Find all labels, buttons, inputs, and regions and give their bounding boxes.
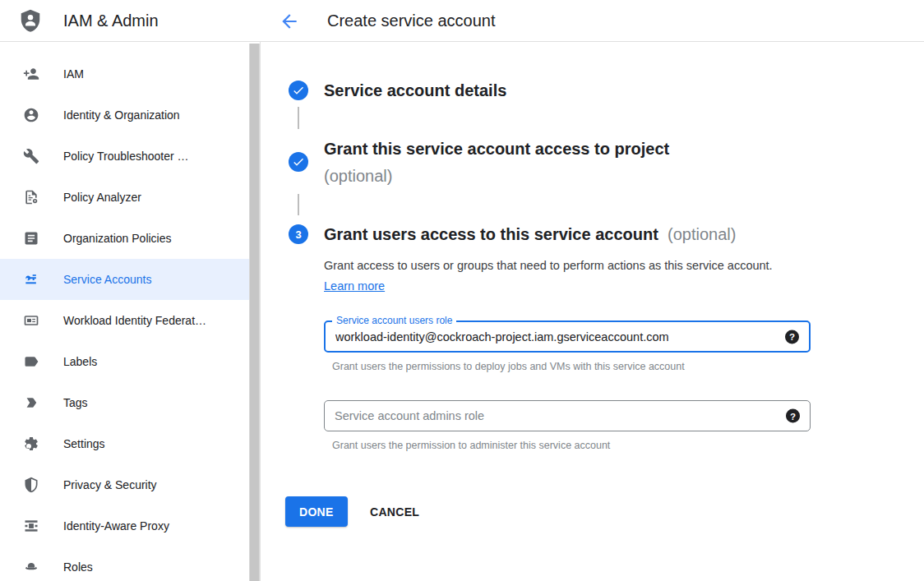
sidebar-item-settings[interactable]: Settings — [0, 423, 249, 464]
sidebar-item-label: Labels — [63, 355, 97, 368]
learn-more-link[interactable]: Learn more — [324, 279, 385, 293]
check-icon — [292, 155, 305, 168]
step-connector — [298, 194, 299, 215]
step2-title: Grant this service account access to pro… — [324, 136, 669, 190]
sidebar-item-label: Policy Troubleshooter … — [63, 150, 189, 163]
sidebar-item-service-accounts[interactable]: Service Accounts — [0, 259, 249, 300]
sidebar-item-labels[interactable]: Labels — [0, 341, 249, 382]
sidebar-item-label: Identity & Organization — [63, 108, 180, 122]
sidebar-item-label: Identity-Aware Proxy — [63, 519, 169, 533]
iam-admin-console: IAM & Admin Create service account IAM I… — [0, 0, 924, 581]
gear-icon — [23, 436, 39, 452]
account-circle-icon — [23, 107, 39, 123]
label-icon — [23, 353, 39, 370]
service-account-key-icon — [23, 271, 39, 288]
sidebar-item-identity-organization[interactable]: Identity & Organization — [0, 95, 249, 136]
sidebar-item-label: IAM — [63, 67, 84, 81]
card-icon — [23, 312, 39, 329]
step3-description-text: Grant access to users or groups that nee… — [324, 259, 773, 272]
users-role-field: Service account users role ? — [324, 320, 811, 353]
iam-shield-icon — [18, 7, 43, 35]
step3-optional: (optional) — [668, 225, 736, 243]
sidebar-item-label: Privacy & Security — [63, 478, 157, 491]
step-connector — [298, 107, 299, 129]
sidebar-item-label: Policy Analyzer — [63, 191, 141, 204]
wrench-icon — [23, 148, 39, 164]
sidebar-item-label: Service Accounts — [63, 273, 151, 286]
step3-title-text: Grant users access to this service accou… — [324, 225, 658, 243]
admins-role-helper: Grant users the permission to administer… — [332, 440, 610, 451]
article-icon — [23, 230, 39, 247]
page-title: Create service account — [327, 0, 496, 41]
sidebar-item-label: Tags — [63, 396, 88, 409]
users-role-label: Service account users role — [332, 315, 456, 326]
check-icon — [292, 84, 305, 97]
admins-role-input[interactable] — [325, 401, 810, 431]
sidebar-item-organization-policies[interactable]: Organization Policies — [0, 218, 249, 259]
sidebar-scrollbar[interactable] — [249, 44, 260, 581]
tag-arrow-icon — [23, 394, 39, 411]
product-title: IAM & Admin — [63, 0, 159, 41]
step3-number: 3 — [295, 228, 301, 241]
help-icon[interactable]: ? — [785, 330, 799, 344]
admins-role-field: ? — [324, 400, 811, 431]
policy-analyzer-icon — [23, 189, 39, 205]
help-icon[interactable]: ? — [786, 409, 800, 423]
sidebar-item-roles[interactable]: Roles — [0, 546, 249, 581]
back-button[interactable] — [278, 10, 301, 33]
arrow-back-icon — [279, 11, 300, 32]
sidebar-item-label: Organization Policies — [63, 232, 172, 245]
step3-number-badge: 3 — [289, 224, 308, 244]
iap-icon — [23, 518, 39, 534]
step3-description: Grant access to users or groups that nee… — [324, 256, 784, 297]
sidebar-item-label: Settings — [63, 437, 105, 450]
shield-half-icon — [23, 477, 39, 493]
step2-title-text: Grant this service account access to pro… — [324, 140, 669, 158]
users-role-input[interactable] — [326, 322, 809, 351]
sidebar-divider — [260, 0, 261, 581]
step1-check-badge — [289, 81, 308, 100]
sidebar-item-privacy-security[interactable]: Privacy & Security — [0, 464, 249, 505]
sidebar-nav: IAM Identity & Organization Policy Troub… — [0, 42, 249, 581]
sidebar-item-label: Workload Identity Federat… — [63, 314, 206, 327]
sidebar-item-policy-analyzer[interactable]: Policy Analyzer — [0, 177, 249, 218]
hat-icon — [23, 559, 39, 575]
step3-title: Grant users access to this service accou… — [324, 221, 736, 248]
step1-title: Service account details — [324, 77, 506, 104]
sidebar-item-iam[interactable]: IAM — [0, 53, 249, 95]
person-add-icon — [23, 66, 39, 82]
cancel-button[interactable]: CANCEL — [370, 496, 419, 527]
sidebar-item-policy-troubleshooter[interactable]: Policy Troubleshooter … — [0, 136, 249, 177]
top-header: IAM & Admin Create service account — [0, 0, 924, 42]
sidebar-item-identity-aware-proxy[interactable]: Identity-Aware Proxy — [0, 505, 249, 546]
done-button[interactable]: DONE — [285, 496, 348, 527]
sidebar-item-workload-identity-federation[interactable]: Workload Identity Federat… — [0, 300, 249, 341]
sidebar-item-tags[interactable]: Tags — [0, 382, 249, 423]
step2-optional-text: (optional) — [324, 163, 669, 190]
step2-check-badge — [289, 152, 308, 172]
users-role-helper: Grant users the permissions to deploy jo… — [332, 361, 685, 372]
sidebar-item-label: Roles — [63, 560, 93, 574]
